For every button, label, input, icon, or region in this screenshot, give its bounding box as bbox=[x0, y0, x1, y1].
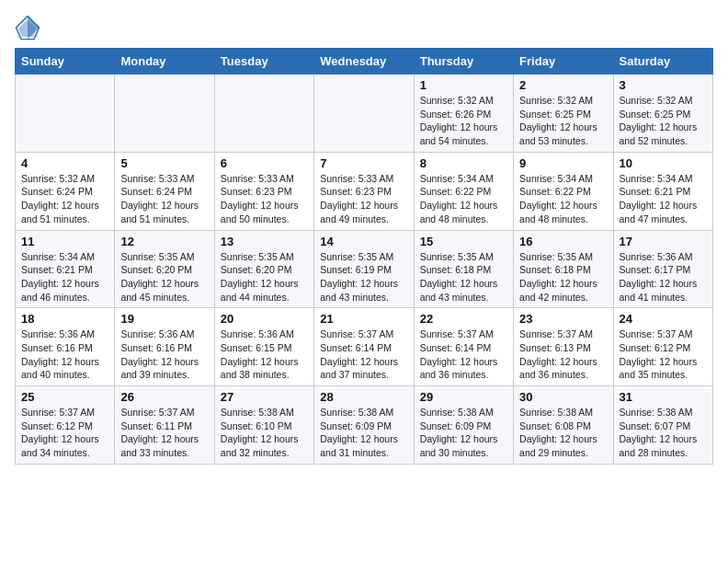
column-header-wednesday: Wednesday bbox=[314, 49, 414, 75]
day-number: 12 bbox=[120, 235, 208, 248]
day-info: Sunrise: 5:35 AMSunset: 6:18 PMDaylight:… bbox=[519, 250, 607, 304]
calendar-cell: 9Sunrise: 5:34 AMSunset: 6:22 PMDaylight… bbox=[514, 152, 613, 230]
day-info: Sunrise: 5:35 AMSunset: 6:20 PMDaylight:… bbox=[221, 250, 308, 304]
calendar-cell: 11Sunrise: 5:34 AMSunset: 6:21 PMDayligh… bbox=[16, 230, 115, 308]
day-info: Sunrise: 5:38 AMSunset: 6:07 PMDaylight:… bbox=[620, 406, 707, 460]
calendar-cell: 2Sunrise: 5:32 AMSunset: 6:25 PMDaylight… bbox=[514, 75, 613, 153]
calendar-cell: 25Sunrise: 5:37 AMSunset: 6:12 PMDayligh… bbox=[16, 386, 115, 465]
calendar-cell: 31Sunrise: 5:38 AMSunset: 6:07 PMDayligh… bbox=[613, 386, 712, 465]
day-info: Sunrise: 5:37 AMSunset: 6:14 PMDaylight:… bbox=[320, 327, 407, 382]
day-info: Sunrise: 5:35 AMSunset: 6:18 PMDaylight:… bbox=[420, 250, 507, 304]
column-header-monday: Monday bbox=[115, 49, 214, 75]
calendar-cell: 8Sunrise: 5:34 AMSunset: 6:22 PMDaylight… bbox=[414, 152, 513, 230]
day-number: 17 bbox=[620, 235, 707, 248]
day-number: 27 bbox=[221, 390, 308, 404]
day-number: 14 bbox=[320, 235, 407, 248]
calendar-cell: 29Sunrise: 5:38 AMSunset: 6:09 PMDayligh… bbox=[414, 386, 513, 465]
day-number: 11 bbox=[21, 235, 108, 248]
day-number: 22 bbox=[420, 312, 507, 326]
day-info: Sunrise: 5:38 AMSunset: 6:08 PMDaylight:… bbox=[519, 406, 607, 460]
day-info: Sunrise: 5:37 AMSunset: 6:11 PMDaylight:… bbox=[120, 406, 208, 460]
day-number: 31 bbox=[620, 390, 707, 404]
day-info: Sunrise: 5:36 AMSunset: 6:15 PMDaylight:… bbox=[221, 327, 308, 382]
logo bbox=[15, 15, 44, 40]
day-info: Sunrise: 5:37 AMSunset: 6:12 PMDaylight:… bbox=[21, 406, 108, 460]
column-header-saturday: Saturday bbox=[613, 49, 712, 75]
page-header bbox=[15, 15, 713, 40]
day-number: 21 bbox=[320, 312, 407, 326]
column-header-sunday: Sunday bbox=[16, 49, 115, 75]
calendar-cell: 15Sunrise: 5:35 AMSunset: 6:18 PMDayligh… bbox=[414, 230, 513, 308]
day-info: Sunrise: 5:33 AMSunset: 6:24 PMDaylight:… bbox=[120, 172, 208, 226]
calendar-cell: 22Sunrise: 5:37 AMSunset: 6:14 PMDayligh… bbox=[414, 308, 513, 386]
day-info: Sunrise: 5:35 AMSunset: 6:20 PMDaylight:… bbox=[120, 250, 208, 304]
calendar-cell: 28Sunrise: 5:38 AMSunset: 6:09 PMDayligh… bbox=[314, 386, 414, 465]
day-info: Sunrise: 5:38 AMSunset: 6:09 PMDaylight:… bbox=[320, 406, 407, 460]
calendar-cell: 23Sunrise: 5:37 AMSunset: 6:13 PMDayligh… bbox=[514, 308, 613, 386]
day-number: 16 bbox=[519, 235, 607, 248]
day-info: Sunrise: 5:32 AMSunset: 6:24 PMDaylight:… bbox=[21, 172, 108, 226]
day-number: 19 bbox=[120, 312, 208, 326]
calendar-cell: 3Sunrise: 5:32 AMSunset: 6:25 PMDaylight… bbox=[613, 75, 712, 153]
day-number: 7 bbox=[320, 156, 407, 170]
day-number: 8 bbox=[420, 156, 507, 170]
calendar-cell: 13Sunrise: 5:35 AMSunset: 6:20 PMDayligh… bbox=[214, 230, 313, 308]
week-row-5: 25Sunrise: 5:37 AMSunset: 6:12 PMDayligh… bbox=[16, 386, 713, 465]
calendar-cell: 1Sunrise: 5:32 AMSunset: 6:26 PMDaylight… bbox=[414, 75, 513, 153]
day-number: 6 bbox=[221, 156, 308, 170]
day-number: 25 bbox=[21, 390, 108, 404]
calendar-cell: 17Sunrise: 5:36 AMSunset: 6:17 PMDayligh… bbox=[613, 230, 712, 308]
calendar-cell: 20Sunrise: 5:36 AMSunset: 6:15 PMDayligh… bbox=[214, 308, 313, 386]
day-info: Sunrise: 5:36 AMSunset: 6:17 PMDaylight:… bbox=[620, 250, 707, 304]
calendar-cell: 27Sunrise: 5:38 AMSunset: 6:10 PMDayligh… bbox=[214, 386, 313, 465]
day-info: Sunrise: 5:37 AMSunset: 6:12 PMDaylight:… bbox=[620, 327, 707, 382]
day-number: 15 bbox=[420, 235, 507, 248]
calendar-cell: 10Sunrise: 5:34 AMSunset: 6:21 PMDayligh… bbox=[613, 152, 712, 230]
day-info: Sunrise: 5:34 AMSunset: 6:22 PMDaylight:… bbox=[519, 172, 607, 226]
day-info: Sunrise: 5:37 AMSunset: 6:13 PMDaylight:… bbox=[519, 327, 607, 382]
day-info: Sunrise: 5:32 AMSunset: 6:26 PMDaylight:… bbox=[420, 94, 507, 148]
day-number: 10 bbox=[620, 156, 707, 170]
column-header-tuesday: Tuesday bbox=[214, 49, 313, 75]
calendar-cell: 24Sunrise: 5:37 AMSunset: 6:12 PMDayligh… bbox=[613, 308, 712, 386]
day-info: Sunrise: 5:34 AMSunset: 6:22 PMDaylight:… bbox=[420, 172, 507, 226]
calendar-cell: 30Sunrise: 5:38 AMSunset: 6:08 PMDayligh… bbox=[514, 386, 613, 465]
day-info: Sunrise: 5:36 AMSunset: 6:16 PMDaylight:… bbox=[120, 327, 208, 382]
calendar-cell: 18Sunrise: 5:36 AMSunset: 6:16 PMDayligh… bbox=[16, 308, 115, 386]
day-number: 29 bbox=[420, 390, 507, 404]
day-number: 5 bbox=[120, 156, 208, 170]
day-number: 23 bbox=[519, 312, 607, 326]
calendar-cell: 26Sunrise: 5:37 AMSunset: 6:11 PMDayligh… bbox=[115, 386, 214, 465]
day-number: 1 bbox=[420, 78, 507, 92]
day-info: Sunrise: 5:32 AMSunset: 6:25 PMDaylight:… bbox=[519, 94, 607, 148]
day-number: 13 bbox=[221, 235, 308, 248]
day-number: 3 bbox=[620, 78, 707, 92]
week-row-1: 1Sunrise: 5:32 AMSunset: 6:26 PMDaylight… bbox=[16, 75, 713, 153]
day-info: Sunrise: 5:36 AMSunset: 6:16 PMDaylight:… bbox=[21, 327, 108, 382]
day-number: 4 bbox=[21, 156, 108, 170]
day-number: 26 bbox=[120, 390, 208, 404]
logo-icon bbox=[15, 15, 40, 40]
calendar-cell bbox=[314, 75, 414, 153]
week-row-3: 11Sunrise: 5:34 AMSunset: 6:21 PMDayligh… bbox=[16, 230, 713, 308]
calendar-cell: 7Sunrise: 5:33 AMSunset: 6:23 PMDaylight… bbox=[314, 152, 414, 230]
day-info: Sunrise: 5:34 AMSunset: 6:21 PMDaylight:… bbox=[620, 172, 707, 226]
column-header-friday: Friday bbox=[514, 49, 613, 75]
day-info: Sunrise: 5:32 AMSunset: 6:25 PMDaylight:… bbox=[620, 94, 707, 148]
calendar-cell bbox=[214, 75, 313, 153]
calendar-cell bbox=[115, 75, 214, 153]
day-info: Sunrise: 5:38 AMSunset: 6:10 PMDaylight:… bbox=[221, 406, 308, 460]
week-row-2: 4Sunrise: 5:32 AMSunset: 6:24 PMDaylight… bbox=[16, 152, 713, 230]
column-header-thursday: Thursday bbox=[414, 49, 513, 75]
calendar-cell: 5Sunrise: 5:33 AMSunset: 6:24 PMDaylight… bbox=[115, 152, 214, 230]
day-info: Sunrise: 5:34 AMSunset: 6:21 PMDaylight:… bbox=[21, 250, 108, 304]
calendar-cell: 12Sunrise: 5:35 AMSunset: 6:20 PMDayligh… bbox=[115, 230, 214, 308]
day-number: 9 bbox=[519, 156, 607, 170]
calendar-cell: 14Sunrise: 5:35 AMSunset: 6:19 PMDayligh… bbox=[314, 230, 414, 308]
calendar-table: SundayMondayTuesdayWednesdayThursdayFrid… bbox=[15, 48, 713, 465]
day-number: 28 bbox=[320, 390, 407, 404]
calendar-cell: 19Sunrise: 5:36 AMSunset: 6:16 PMDayligh… bbox=[115, 308, 214, 386]
day-info: Sunrise: 5:35 AMSunset: 6:19 PMDaylight:… bbox=[320, 250, 407, 304]
day-info: Sunrise: 5:33 AMSunset: 6:23 PMDaylight:… bbox=[320, 172, 407, 226]
day-number: 20 bbox=[221, 312, 308, 326]
